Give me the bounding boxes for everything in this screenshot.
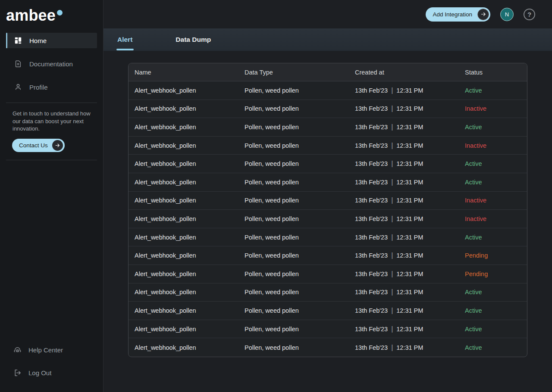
table-body: Alert_webhook_pollen Pollen, weed pollen… xyxy=(129,81,527,357)
date-time-separator: | xyxy=(391,252,393,259)
column-header-data-type: Data Type xyxy=(238,69,349,76)
created-time: 12:31 PM xyxy=(396,215,423,222)
date-time-separator: | xyxy=(391,215,393,222)
contact-us-label: Contact Us xyxy=(19,142,48,149)
cell-name: Alert_webhook_pollen xyxy=(129,344,238,351)
status-text: Active xyxy=(459,234,527,241)
date-time-separator: | xyxy=(391,123,393,131)
cell-data-type: Pollen, weed pollen xyxy=(238,271,349,277)
logout-icon xyxy=(13,368,22,377)
logo: ambee xyxy=(0,0,103,33)
active-tab-underline xyxy=(116,49,134,50)
table-row[interactable]: Alert_webhook_pollen Pollen, weed pollen… xyxy=(129,228,527,247)
cell-name: Alert_webhook_pollen xyxy=(129,271,238,277)
table-row[interactable]: Alert_webhook_pollen Pollen, weed pollen… xyxy=(129,320,527,339)
status-text: Inactive xyxy=(459,105,527,112)
arrow-right-icon xyxy=(477,9,489,20)
cell-data-type: Pollen, weed pollen xyxy=(238,234,349,241)
sidebar-item-label: Log Out xyxy=(28,369,51,376)
table-row[interactable]: Alert_webhook_pollen Pollen, weed pollen… xyxy=(129,210,527,228)
table-row[interactable]: Alert_webhook_pollen Pollen, weed pollen… xyxy=(129,173,527,192)
date-time-separator: | xyxy=(391,344,393,351)
logo-dot-icon xyxy=(57,10,63,16)
cell-name: Alert_webhook_pollen xyxy=(129,234,238,241)
cell-name: Alert_webhook_pollen xyxy=(129,307,238,314)
document-icon xyxy=(14,59,22,68)
cell-data-type: Pollen, weed pollen xyxy=(238,289,349,296)
sidebar: ambee Home xyxy=(0,0,104,392)
cell-name: Alert_webhook_pollen xyxy=(129,326,238,333)
created-date: 13th Feb'23 xyxy=(355,179,388,186)
table-row[interactable]: Alert_webhook_pollen Pollen, weed pollen… xyxy=(129,81,527,100)
cell-created-at: 13th Feb'23|12:31 PM xyxy=(349,215,459,223)
table-row[interactable]: Alert_webhook_pollen Pollen, weed pollen… xyxy=(129,302,527,320)
sidebar-divider xyxy=(6,103,97,103)
created-time: 12:31 PM xyxy=(396,234,423,241)
table-row[interactable]: Alert_webhook_pollen Pollen, weed pollen… xyxy=(129,100,527,118)
cell-data-type: Pollen, weed pollen xyxy=(238,307,349,314)
cell-created-at: 13th Feb'23|12:31 PM xyxy=(349,288,459,296)
created-time: 12:31 PM xyxy=(396,87,423,94)
sidebar-item-home[interactable]: Home xyxy=(6,33,97,48)
tab-label: Alert xyxy=(117,36,132,44)
created-time: 12:31 PM xyxy=(396,326,423,333)
cell-created-at: 13th Feb'23|12:31 PM xyxy=(349,160,459,168)
sidebar-item-help-center[interactable]: Help Center xyxy=(0,342,103,357)
date-time-separator: | xyxy=(391,142,393,149)
headset-icon xyxy=(13,345,22,354)
status-text: Inactive xyxy=(459,215,527,222)
cell-data-type: Pollen, weed pollen xyxy=(238,142,349,149)
created-time: 12:31 PM xyxy=(396,179,423,186)
status-text: Active xyxy=(459,87,527,94)
help-icon[interactable]: ? xyxy=(524,9,535,20)
table-row[interactable]: Alert_webhook_pollen Pollen, weed pollen… xyxy=(129,265,527,283)
sidebar-item-label: Help Center xyxy=(28,346,63,354)
sidebar-item-label: Profile xyxy=(29,84,48,91)
cell-data-type: Pollen, weed pollen xyxy=(238,252,349,259)
contact-pitch-text: Get in touch to understand how our data … xyxy=(13,110,98,133)
sidebar-spacer xyxy=(0,167,103,342)
created-date: 13th Feb'23 xyxy=(355,215,388,222)
cell-data-type: Pollen, weed pollen xyxy=(238,124,349,131)
table-row[interactable]: Alert_webhook_pollen Pollen, weed pollen… xyxy=(129,137,527,155)
status-text: Pending xyxy=(459,271,527,277)
cell-created-at: 13th Feb'23|12:31 PM xyxy=(349,196,459,204)
created-time: 12:31 PM xyxy=(396,307,423,314)
arrow-right-icon xyxy=(52,140,63,151)
sidebar-divider xyxy=(6,160,97,160)
sidebar-item-documentation[interactable]: Documentation xyxy=(6,56,97,72)
created-time: 12:31 PM xyxy=(396,271,423,277)
sidebar-item-log-out[interactable]: Log Out xyxy=(0,365,103,380)
table-header-row: Name Data Type Created at Status xyxy=(129,63,527,81)
date-time-separator: | xyxy=(391,196,393,204)
table-row[interactable]: Alert_webhook_pollen Pollen, weed pollen… xyxy=(129,192,527,210)
cell-created-at: 13th Feb'23|12:31 PM xyxy=(349,233,459,241)
sidebar-nav: Home Documentation xyxy=(0,33,103,103)
dashboard-icon xyxy=(14,36,22,45)
status-text: Active xyxy=(459,124,527,131)
avatar[interactable]: N xyxy=(500,8,514,21)
cell-name: Alert_webhook_pollen xyxy=(129,289,238,296)
table-row[interactable]: Alert_webhook_pollen Pollen, weed pollen… xyxy=(129,155,527,173)
cell-created-at: 13th Feb'23|12:31 PM xyxy=(349,123,459,131)
add-integration-label: Add Integration xyxy=(433,11,472,18)
tab-alert[interactable]: Alert xyxy=(116,28,133,51)
cell-name: Alert_webhook_pollen xyxy=(129,87,238,94)
table-row[interactable]: Alert_webhook_pollen Pollen, weed pollen… xyxy=(129,246,527,265)
cell-created-at: 13th Feb'23|12:31 PM xyxy=(349,344,459,352)
cell-created-at: 13th Feb'23|12:31 PM xyxy=(349,178,459,186)
status-text: Active xyxy=(459,289,527,296)
sidebar-item-profile[interactable]: Profile xyxy=(6,79,97,95)
active-accent-bar xyxy=(6,33,7,48)
contact-us-button[interactable]: Contact Us xyxy=(12,139,65,152)
created-time: 12:31 PM xyxy=(396,289,423,296)
table-row[interactable]: Alert_webhook_pollen Pollen, weed pollen… xyxy=(129,118,527,137)
topbar: Add Integration N ? xyxy=(104,0,552,28)
table-row[interactable]: Alert_webhook_pollen Pollen, weed pollen… xyxy=(129,283,527,302)
add-integration-button[interactable]: Add Integration xyxy=(426,7,490,22)
tab-data-dump[interactable]: Data Dump xyxy=(175,28,212,51)
alerts-table: Name Data Type Created at Status Alert_w… xyxy=(128,63,527,357)
created-time: 12:31 PM xyxy=(396,252,423,259)
table-row[interactable]: Alert_webhook_pollen Pollen, weed pollen… xyxy=(129,338,527,357)
cell-name: Alert_webhook_pollen xyxy=(129,179,238,186)
